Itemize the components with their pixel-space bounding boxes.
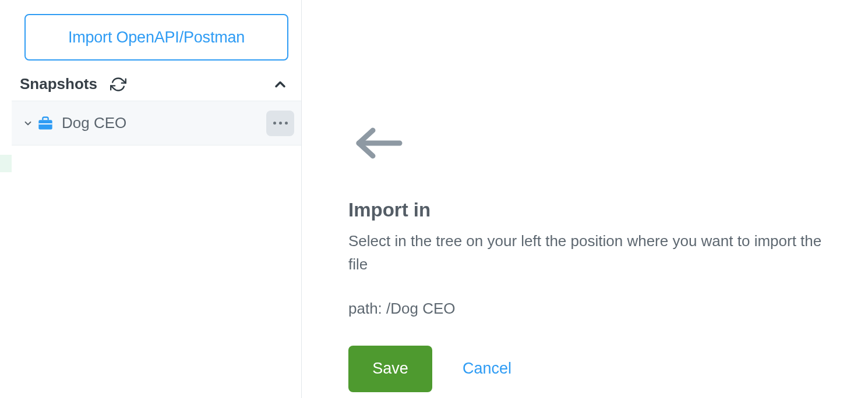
- left-gutter: [0, 0, 12, 398]
- more-icon: [273, 122, 288, 125]
- back-button[interactable]: [348, 122, 409, 164]
- svg-rect-0: [38, 120, 52, 129]
- cancel-link[interactable]: Cancel: [463, 360, 511, 378]
- snapshots-header: Snapshots: [12, 67, 301, 101]
- path-value: /Dog CEO: [386, 300, 456, 317]
- page-title: Import in: [348, 199, 833, 221]
- tree-item-dog-ceo[interactable]: Dog CEO: [12, 101, 301, 145]
- tree-item-toggle[interactable]: [22, 118, 34, 129]
- sidebar: Import OpenAPI/Postman Snapshots: [12, 0, 302, 398]
- snapshots-title: Snapshots: [20, 75, 97, 93]
- briefcase-icon: [37, 115, 54, 132]
- path-line: path: /Dog CEO: [348, 300, 833, 318]
- import-openapi-button[interactable]: Import OpenAPI/Postman: [24, 14, 288, 61]
- collapse-snapshots-button[interactable]: [270, 74, 291, 95]
- import-button-wrap: Import OpenAPI/Postman: [12, 0, 301, 67]
- chevron-down-icon: [23, 118, 33, 129]
- svg-rect-1: [38, 123, 52, 125]
- path-prefix: path:: [348, 300, 386, 317]
- refresh-icon: [110, 76, 126, 93]
- chevron-up-icon: [272, 76, 288, 93]
- main-panel: Import in Select in the tree on your lef…: [302, 0, 868, 398]
- arrow-left-icon: [353, 127, 404, 159]
- action-row: Save Cancel: [348, 346, 833, 392]
- app-root: Import OpenAPI/Postman Snapshots: [0, 0, 868, 398]
- page-description: Select in the tree on your left the posi…: [348, 229, 826, 276]
- save-button[interactable]: Save: [348, 346, 432, 392]
- refresh-button[interactable]: [108, 74, 129, 95]
- tree-item-more-button[interactable]: [266, 111, 294, 136]
- tree-item-label: Dog CEO: [62, 114, 266, 132]
- snapshots-tree: Dog CEO: [12, 101, 301, 145]
